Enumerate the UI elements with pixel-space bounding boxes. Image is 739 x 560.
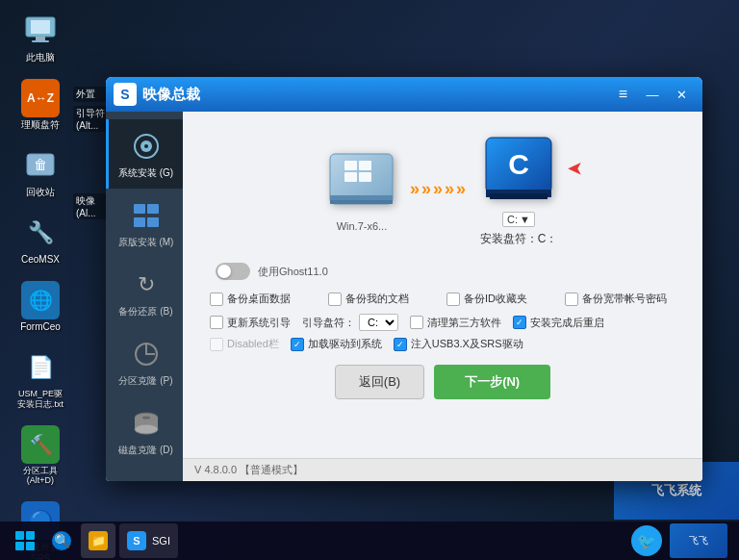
install-label: 安装盘符：C： <box>480 231 558 247</box>
checkbox-clear-third-party[interactable] <box>410 316 423 329</box>
original-install-icon <box>129 198 164 233</box>
label-reboot-after: 安装完成后重启 <box>530 316 604 330</box>
label-update-bootloader: 更新系统引导 <box>227 316 291 330</box>
option-reboot-after[interactable]: 安装完成后重启 <box>513 316 604 330</box>
ghost-toggle-row: 使用Ghost11.0 <box>206 263 328 280</box>
option-backup-docs[interactable]: 备份我的文档 <box>328 292 439 306</box>
svg-rect-11 <box>134 217 145 227</box>
checkbox-add-drivers[interactable] <box>291 338 304 351</box>
checkbox-backup-wifi[interactable] <box>565 293 578 306</box>
desktop-icon-recycle[interactable]: 🗑 回收站 <box>8 142 73 202</box>
brand-text: 飞飞系统 <box>651 482 701 499</box>
label-add-drivers: 加载驱动到系统 <box>308 337 382 351</box>
version-bar: V 4.8.0.0 【普通模式】 <box>183 458 702 481</box>
checkbox-backup-desktop[interactable] <box>210 293 223 306</box>
extra-icons: 外置 引导符(Alt... 映像(Al... <box>73 87 108 219</box>
system-install-icon <box>129 129 164 164</box>
sidebar-item-system-install[interactable]: 系统安装 (G) <box>106 119 183 189</box>
checkbox-backup-collections[interactable] <box>446 293 460 306</box>
back-button[interactable]: 返回(B) <box>335 365 424 399</box>
title-bar: S 映像总裁 ≡ — ✕ <box>106 77 702 112</box>
arrow-1: » <box>410 179 420 199</box>
option-backup-wifi[interactable]: 备份宽带帐号密码 <box>565 292 675 306</box>
checkbox-inject-usb3[interactable] <box>394 338 407 351</box>
checkbox-update-bootloader[interactable] <box>210 316 223 329</box>
taskbar-explorer[interactable]: 📁 <box>81 523 115 558</box>
label-backup-wifi: 备份宽带帐号密码 <box>582 292 667 306</box>
svg-text:C: C <box>508 148 529 180</box>
svg-rect-22 <box>359 161 371 170</box>
app-title: 映像总裁 <box>142 86 619 104</box>
red-arrow-icon: ➤ <box>567 158 583 181</box>
menu-icon[interactable]: ≡ <box>619 86 627 103</box>
minimize-button[interactable]: — <box>639 84 666 105</box>
app-body: 系统安装 (G) 原版安装 (M) <box>106 112 702 481</box>
tool-label: 分区工具(Alt+D) <box>23 466 58 487</box>
checkbox-disabled <box>210 338 223 351</box>
toggle-knob <box>217 265 231 278</box>
ceomsx-label: CeoMSX <box>21 254 60 266</box>
bootloader-drive-select[interactable]: C: D: E: <box>359 314 398 331</box>
label-inject-usb3: 注入USB3.X及SRS驱动 <box>411 337 523 351</box>
label-backup-collections: 备份ID收藏夹 <box>464 292 527 306</box>
options-row2: 更新系统引导 引导盘符： C: D: E: 清理第三方 <box>206 314 679 331</box>
sidebar-item-disk-clone[interactable]: 磁盘克隆 (D) <box>106 396 183 466</box>
start-button[interactable] <box>4 523 46 558</box>
sidebar-item-original-install[interactable]: 原版安装 (M) <box>106 189 183 258</box>
option-add-drivers[interactable]: 加载驱动到系统 <box>291 337 382 351</box>
svg-rect-27 <box>490 193 548 199</box>
options-row1: 备份桌面数据 备份我的文档 备份ID收藏夹 备份宽带帐号密码 <box>206 292 679 306</box>
svg-text:🗑: 🗑 <box>34 157 47 172</box>
taskbar-search[interactable]: 🔍 <box>46 523 77 558</box>
computer-icon <box>21 12 60 50</box>
backup-restore-icon: ↻ <box>129 267 164 302</box>
sidebar-item-backup-restore[interactable]: ↻ 备份还原 (B) <box>106 258 183 327</box>
target-disk-value: C: <box>507 214 518 225</box>
original-install-label: 原版安装 (M) <box>118 237 174 248</box>
formceo-icon: 🌐 <box>21 281 60 319</box>
option-inject-usb3[interactable]: 注入USB3.X及SRS驱动 <box>394 337 523 351</box>
next-button[interactable]: 下一步(N) <box>434 365 550 399</box>
source-disk: Win.7-x6... <box>323 147 400 232</box>
dropdown-arrow-icon: ▼ <box>520 214 530 225</box>
desktop-icon-tool[interactable]: 🔨 分区工具(Alt+D) <box>8 421 73 491</box>
system-install-label: 系统安装 (G) <box>118 167 173 179</box>
main-content: Win.7-x6... » » » » » <box>183 112 702 481</box>
title-controls: — ✕ <box>639 84 695 105</box>
arrows-flow: » » » » » <box>410 179 466 199</box>
taskbar-sgi[interactable]: S SGI <box>119 523 178 558</box>
arrow-5: » <box>456 179 466 199</box>
label-clear-third-party: 清理第三方软件 <box>427 316 501 330</box>
option-update-bootloader[interactable]: 更新系统引导 <box>210 316 291 330</box>
target-disk: C C: ▼ 安装盘符：C： ➤ <box>475 131 562 247</box>
desktop-icon-usm[interactable]: 📄 USM_PE驱安装日志.txt <box>8 344 73 414</box>
twitter-icon[interactable]: 🐦 <box>631 525 662 556</box>
checkbox-backup-docs[interactable] <box>328 293 342 306</box>
arrow-3: » <box>433 179 443 199</box>
checkbox-reboot-after[interactable] <box>513 316 526 329</box>
option-backup-collections[interactable]: 备份ID收藏夹 <box>446 292 557 306</box>
svg-rect-9 <box>134 204 145 214</box>
target-disk-dropdown[interactable]: C: ▼ <box>502 212 535 227</box>
action-buttons: 返回(B) 下一步(N) <box>335 365 550 399</box>
desktop-icon-computer[interactable]: 此电脑 <box>8 8 73 67</box>
usm-label: USM_PE驱安装日志.txt <box>17 389 64 410</box>
svg-point-8 <box>144 144 148 148</box>
desktop-icon-sort[interactable]: A↔Z 理顺盘符 <box>8 75 73 135</box>
desktop-icon-formceo[interactable]: 🌐 FormCeo <box>8 277 73 337</box>
close-button[interactable]: ✕ <box>668 84 695 105</box>
sgi-icon: S <box>127 531 146 550</box>
svg-rect-23 <box>344 172 357 182</box>
label-disabled: Disabled栏 <box>227 337 279 351</box>
desktop-icon-ceomsx[interactable]: 🔧 CeoMSX <box>8 210 73 269</box>
install-diagram: Win.7-x6... » » » » » <box>323 131 562 247</box>
disk-clone-icon <box>129 406 164 441</box>
sidebar-item-partition-clone[interactable]: 分区克隆 (P) <box>106 327 183 396</box>
option-clear-third-party[interactable]: 清理第三方软件 <box>410 316 501 330</box>
windows-logo-icon <box>15 531 35 550</box>
target-dropdown-container: C: ▼ <box>502 212 535 227</box>
options-row3: Disabled栏 加载驱动到系统 注入USB3.X及SRS驱动 <box>206 337 679 351</box>
ghost-toggle-switch[interactable] <box>216 263 250 280</box>
option-backup-desktop[interactable]: 备份桌面数据 <box>210 292 320 306</box>
svg-point-17 <box>142 417 150 420</box>
